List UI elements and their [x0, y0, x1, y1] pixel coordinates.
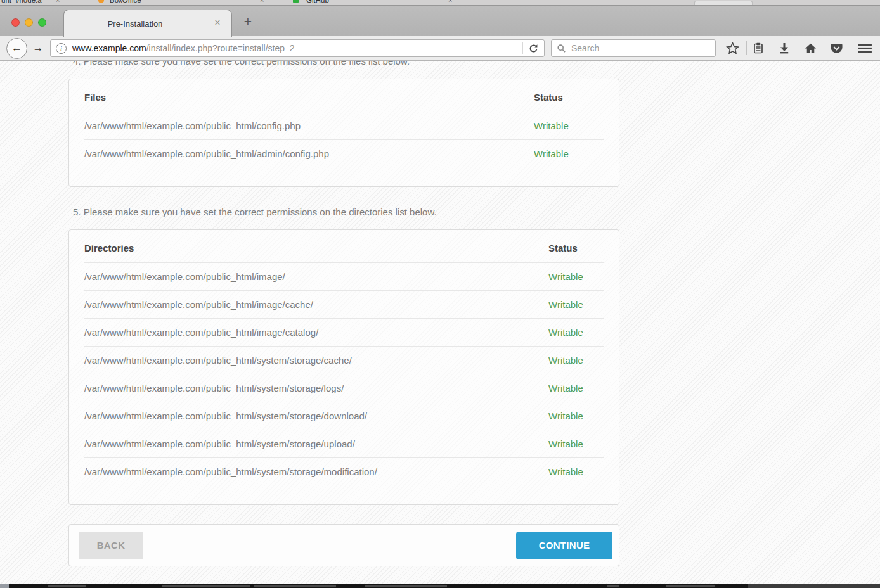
- status-value: Writable: [548, 466, 604, 477]
- home-icon[interactable]: [803, 39, 818, 58]
- directories-table-header: Directories Status: [84, 230, 604, 262]
- file-path: /var/www/html/example.com/public_html/co…: [84, 120, 534, 131]
- divider: [522, 42, 523, 54]
- directory-path: /var/www/html/example.com/public_html/sy…: [84, 355, 548, 366]
- window-close-button[interactable]: [11, 18, 20, 27]
- menu-icon[interactable]: [857, 39, 872, 58]
- pocket-icon[interactable]: [829, 39, 844, 58]
- directory-path: /var/www/html/example.com/public_html/im…: [84, 299, 548, 310]
- orange-favicon: [98, 0, 104, 3]
- step4-heading: 4. Please make sure you have set the cor…: [68, 61, 619, 68]
- file-path: /var/www/html/example.com/public_html/ad…: [84, 148, 534, 159]
- status-value: Writable: [548, 327, 604, 338]
- status-value: Writable: [548, 438, 604, 449]
- directory-path: /var/www/html/example.com/public_html/sy…: [84, 466, 548, 477]
- directory-path: /var/www/html/example.com/public_html/im…: [84, 271, 548, 282]
- background-tab-label[interactable]: GitHub: [306, 0, 329, 4]
- tab-title: Pre-Installation: [64, 10, 206, 37]
- column-header-files: Files: [84, 92, 534, 103]
- table-row: /var/www/html/example.com/public_html/sy…: [84, 457, 604, 485]
- reload-icon[interactable]: [528, 43, 539, 54]
- background-window-fragment: [748, 584, 880, 588]
- green-favicon: [293, 0, 299, 3]
- divider: [746, 41, 747, 55]
- files-table-header: Files Status: [84, 79, 604, 112]
- search-box[interactable]: [551, 39, 716, 57]
- column-header-status: Status: [548, 243, 604, 253]
- background-window-fragment: [666, 585, 715, 587]
- background-window-fragment: [254, 585, 336, 587]
- background-window-fragment: [162, 585, 250, 587]
- table-row: /var/www/html/example.com/public_html/im…: [84, 318, 604, 346]
- files-panel: Files Status /var/www/html/example.com/p…: [68, 79, 619, 187]
- table-row: /var/www/html/example.com/public_html/sy…: [84, 402, 604, 430]
- background-window-fragment: [365, 585, 447, 587]
- wizard-footer: BACK CONTINUE: [68, 524, 619, 566]
- files-table: Files Status /var/www/html/example.com/p…: [84, 79, 604, 167]
- background-tab-label[interactable]: BoxOffice: [110, 0, 141, 4]
- status-value: Writable: [534, 120, 604, 131]
- status-value: Writable: [548, 383, 604, 393]
- search-icon: [557, 44, 566, 53]
- directories-panel: Directories Status /var/www/html/example…: [68, 229, 619, 505]
- window-minimize-button[interactable]: [25, 18, 33, 27]
- directory-path: /var/www/html/example.com/public_html/sy…: [84, 411, 548, 421]
- directory-path: /var/www/html/example.com/public_html/im…: [84, 327, 548, 338]
- status-value: Writable: [534, 148, 604, 159]
- browser-tab-bar: Pre-Installation × +: [0, 5, 880, 36]
- window-maximize-button[interactable]: [38, 18, 46, 27]
- background-tab-close-icon[interactable]: ×: [56, 0, 60, 4]
- back-button[interactable]: ←: [6, 38, 27, 59]
- url-bar[interactable]: i www.example.com/install/index.php?rout…: [50, 39, 545, 57]
- background-tab-close-icon[interactable]: ×: [448, 0, 452, 4]
- status-value: Writable: [548, 355, 604, 366]
- back-step-button[interactable]: BACK: [79, 532, 143, 559]
- table-row: /var/www/html/example.com/public_html/co…: [84, 112, 604, 139]
- table-row: /var/www/html/example.com/public_html/im…: [84, 262, 604, 290]
- background-window-fragment: [48, 585, 86, 587]
- column-header-directories: Directories: [84, 243, 548, 253]
- directory-path: /var/www/html/example.com/public_html/sy…: [84, 383, 548, 393]
- table-row: /var/www/html/example.com/public_html/sy…: [84, 430, 604, 457]
- status-value: Writable: [548, 271, 604, 282]
- status-value: Writable: [548, 299, 604, 310]
- column-header-status: Status: [534, 92, 604, 103]
- page-info-icon[interactable]: i: [56, 43, 67, 54]
- table-row: /var/www/html/example.com/public_html/im…: [84, 290, 604, 318]
- status-value: Writable: [548, 411, 604, 421]
- table-row: /var/www/html/example.com/public_html/sy…: [84, 346, 604, 374]
- window-controls: [11, 18, 46, 27]
- url-domain: www.example.com: [72, 43, 146, 53]
- url-text: www.example.com/install/index.php?route=…: [72, 43, 517, 53]
- table-row: /var/www/html/example.com/public_html/sy…: [84, 374, 604, 402]
- forward-button[interactable]: →: [30, 42, 46, 54]
- background-window-tab-strip: unt=l/node.a × BoxOffice × GitHub ×: [0, 0, 880, 5]
- step5-heading: 5. Please make sure you have set the cor…: [68, 206, 619, 219]
- directories-table: Directories Status /var/www/html/example…: [84, 230, 604, 485]
- background-window-fragment: [607, 585, 619, 587]
- toolbar-icon-group: [725, 39, 872, 58]
- search-input[interactable]: [571, 43, 710, 53]
- downloads-icon[interactable]: [777, 39, 792, 58]
- background-tab[interactable]: [694, 1, 753, 5]
- table-row: /var/www/html/example.com/public_html/ad…: [84, 139, 604, 167]
- navigation-toolbar: ← → i www.example.com/install/index.php?…: [0, 36, 880, 61]
- background-tab-close-icon[interactable]: ×: [260, 0, 264, 4]
- bookmarks-list-icon[interactable]: [751, 39, 766, 58]
- background-window-bottom-edge: [0, 584, 880, 588]
- background-window-fragment: [0, 584, 9, 588]
- continue-button[interactable]: CONTINUE: [516, 532, 612, 559]
- bookmark-star-icon[interactable]: [725, 39, 740, 58]
- tab-close-icon[interactable]: ×: [211, 16, 224, 29]
- tab-pre-installation[interactable]: Pre-Installation ×: [63, 10, 232, 37]
- url-path: /install/index.php?route=install/step_2: [146, 43, 295, 53]
- background-tab-label[interactable]: unt=l/node.a: [1, 0, 42, 4]
- new-tab-button[interactable]: +: [240, 11, 256, 32]
- page-content: 4. Please make sure you have set the cor…: [0, 61, 880, 584]
- directory-path: /var/www/html/example.com/public_html/sy…: [84, 438, 548, 449]
